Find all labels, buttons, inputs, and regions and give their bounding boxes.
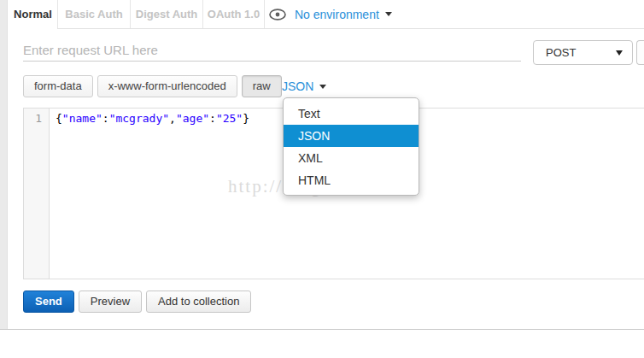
tab-oauth-1-0[interactable]: OAuth 1.0 bbox=[202, 0, 265, 28]
url-params-button-partial[interactable] bbox=[636, 40, 644, 65]
request-url-input[interactable] bbox=[23, 39, 521, 62]
line-number: 1 bbox=[35, 112, 42, 125]
menu-item-text[interactable]: Text bbox=[284, 103, 419, 125]
code-token: : bbox=[102, 112, 109, 125]
http-method-value: POST bbox=[546, 46, 576, 59]
body-mode-row: form-data x-www-form-urlencoded raw bbox=[23, 75, 282, 97]
chevron-down-icon bbox=[616, 50, 623, 56]
editor-gutter: 1 bbox=[24, 109, 50, 279]
add-to-collection-button[interactable]: Add to collection bbox=[146, 291, 251, 313]
code-token: "age" bbox=[176, 112, 209, 125]
http-method-select[interactable]: POST bbox=[533, 40, 633, 65]
code-line[interactable]: {"name":"mcgrady","age":"25"} bbox=[50, 109, 249, 279]
tabbar-divider bbox=[57, 28, 644, 29]
environment-selector[interactable]: No environment bbox=[295, 0, 392, 28]
environment-selector-label: No environment bbox=[295, 8, 379, 21]
menu-item-html[interactable]: HTML bbox=[284, 169, 419, 191]
code-token: { bbox=[56, 112, 62, 125]
request-type-tabbar: Normal Basic Auth Digest Auth OAuth 1.0 bbox=[9, 0, 265, 28]
code-token: "name" bbox=[62, 112, 102, 125]
code-token: "25" bbox=[216, 112, 243, 125]
code-token: , bbox=[169, 112, 176, 125]
code-token: "mcgrady" bbox=[109, 112, 169, 125]
tab-normal[interactable]: Normal bbox=[9, 0, 57, 28]
raw-type-dropdown-toggle[interactable]: JSON bbox=[282, 75, 326, 97]
body-mode-raw[interactable]: raw bbox=[242, 75, 282, 97]
menu-item-json[interactable]: JSON bbox=[284, 125, 419, 147]
menu-item-xml[interactable]: XML bbox=[284, 147, 419, 169]
bottom-divider bbox=[0, 329, 644, 330]
preview-button[interactable]: Preview bbox=[79, 291, 142, 313]
action-button-row: Send Preview Add to collection bbox=[23, 291, 251, 313]
code-token: } bbox=[243, 112, 249, 125]
eye-icon[interactable] bbox=[269, 9, 286, 21]
body-mode-form-data[interactable]: form-data bbox=[23, 75, 93, 97]
send-button[interactable]: Send bbox=[23, 291, 74, 313]
code-token: : bbox=[209, 112, 216, 125]
chevron-down-icon bbox=[319, 85, 326, 89]
raw-type-label: JSON bbox=[282, 79, 313, 93]
left-gutter-strip bbox=[0, 0, 8, 330]
tab-digest-auth[interactable]: Digest Auth bbox=[130, 0, 202, 28]
tab-basic-auth[interactable]: Basic Auth bbox=[57, 0, 130, 28]
raw-type-dropdown-menu: Text JSON XML HTML bbox=[283, 97, 419, 196]
body-mode-urlencoded[interactable]: x-www-form-urlencoded bbox=[97, 75, 237, 97]
chevron-down-icon bbox=[385, 12, 392, 16]
